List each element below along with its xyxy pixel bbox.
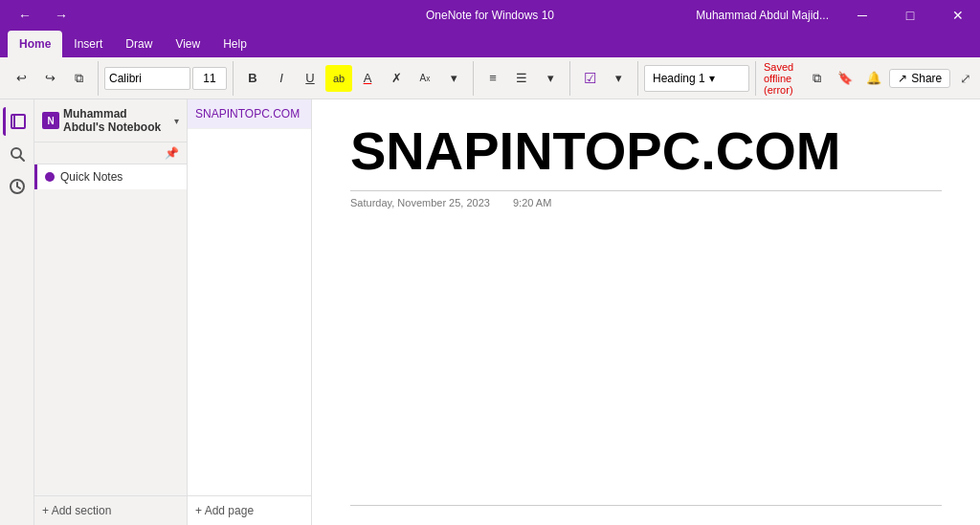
style-label: Heading 1 <box>653 72 705 85</box>
notebook-panel: N Muhammad Abdul's Notebook ▾ 📌 Quick No… <box>34 99 188 525</box>
forward-button[interactable]: → <box>44 0 78 31</box>
content-area: SNAPINTOPC.COM Saturday, November 25, 20… <box>312 99 980 525</box>
toolbar-group-format: B I U ab A ✗ Ax ▾ <box>239 61 474 96</box>
section-dot <box>45 172 55 182</box>
more-format-button[interactable]: ▾ <box>440 65 467 92</box>
numbering-button[interactable]: ☰ <box>508 65 535 92</box>
app-title: OneNote for Windows 10 <box>426 9 554 22</box>
page-body[interactable] <box>350 224 942 505</box>
highlight-button[interactable]: ab <box>325 65 352 92</box>
sidebar-notebooks-icon[interactable] <box>3 107 32 136</box>
notebook-header: N Muhammad Abdul's Notebook ▾ <box>34 99 187 142</box>
minimize-button[interactable]: ─ <box>840 0 884 31</box>
toolbar-group-font <box>104 61 234 96</box>
page-time: 9:20 AM <box>513 197 551 208</box>
subscript-button[interactable]: Ax <box>412 65 438 92</box>
content-bottom-border <box>350 505 942 506</box>
main-area: N Muhammad Abdul's Notebook ▾ 📌 Quick No… <box>0 99 980 525</box>
notebook-icon: N <box>42 112 59 129</box>
pages-spacer <box>188 129 311 495</box>
font-name-input[interactable] <box>104 67 190 90</box>
notebook-pin-icon[interactable]: 📌 <box>165 146 179 160</box>
toolbar-group-history: ↩ ↪ ⧉ <box>8 61 99 96</box>
saved-status: Saved offline (error) <box>764 61 793 96</box>
style-dropdown-arrow: ▾ <box>709 72 715 85</box>
toolbar-group-styles: Heading 1 ▾ <box>644 61 756 96</box>
tab-help[interactable]: Help <box>212 31 258 57</box>
page-item-snapintopc[interactable]: SNAPINTOPC.COM <box>188 99 311 129</box>
section-label: Quick Notes <box>60 170 122 184</box>
notebook-name[interactable]: Muhammad Abdul's Notebook <box>63 107 170 134</box>
expand-button[interactable]: ⤢ <box>952 65 979 92</box>
italic-button[interactable]: I <box>268 65 295 92</box>
page-date-line: Saturday, November 25, 2023 9:20 AM <box>350 190 942 208</box>
sidebar-search-icon[interactable] <box>3 140 32 168</box>
share-button[interactable]: ↗ Share <box>889 69 950 88</box>
section-list: Quick Notes <box>34 164 187 495</box>
redo-button[interactable]: ↪ <box>36 65 63 92</box>
title-bar: ← → OneNote for Windows 10 Muhammad Abdu… <box>0 0 980 31</box>
copy-icon-button[interactable]: ⧉ <box>803 65 830 92</box>
toolbar-group-lists: ≡ ☰ ▾ <box>479 61 570 96</box>
bullets-button[interactable]: ≡ <box>479 65 506 92</box>
page-date: Saturday, November 25, 2023 <box>350 197 490 208</box>
add-page-button[interactable]: + Add page <box>188 495 311 525</box>
checkbox-arrow-button[interactable]: ▾ <box>605 65 632 92</box>
section-item-quicknotes[interactable]: Quick Notes <box>34 164 187 189</box>
bold-button[interactable]: B <box>239 65 266 92</box>
add-section-button[interactable]: + Add section <box>34 495 187 525</box>
user-name: Muhammad Abdul Majid... <box>696 9 829 22</box>
clear-format-button[interactable]: ✗ <box>383 65 410 92</box>
tab-insert[interactable]: Insert <box>62 31 114 57</box>
sidebar-recent-icon[interactable] <box>3 172 32 201</box>
clipboard-button[interactable]: ⧉ <box>65 65 92 92</box>
toolbar-group-checkbox: ☑ ▾ <box>576 61 638 96</box>
page-heading[interactable]: SNAPINTOPC.COM <box>350 119 942 183</box>
style-dropdown[interactable]: Heading 1 ▾ <box>644 65 749 92</box>
pages-panel: SNAPINTOPC.COM + Add page <box>188 99 312 525</box>
close-button[interactable]: ✕ <box>936 0 980 31</box>
notification-icon-button[interactable]: 🔔 <box>860 65 887 92</box>
maximize-button[interactable]: □ <box>888 0 932 31</box>
tab-view[interactable]: View <box>164 31 212 57</box>
back-button[interactable]: ← <box>8 0 42 31</box>
undo-button[interactable]: ↩ <box>8 65 34 92</box>
font-size-input[interactable] <box>192 67 227 90</box>
tab-home[interactable]: Home <box>8 31 62 57</box>
checkbox-button[interactable]: ☑ <box>576 65 603 92</box>
share-label: Share <box>911 72 942 85</box>
tab-draw[interactable]: Draw <box>114 31 164 57</box>
font-color-button[interactable]: A <box>354 65 381 92</box>
share-icon: ↗ <box>898 72 907 85</box>
ribbon-tabs: Home Insert Draw View Help <box>0 31 980 57</box>
sidebar-icons <box>0 99 34 525</box>
svg-line-3 <box>20 157 24 161</box>
notebook-chevron-icon[interactable]: ▾ <box>174 116 179 126</box>
bookmark-icon-button[interactable]: 🔖 <box>832 65 858 92</box>
list-more-button[interactable]: ▾ <box>537 65 564 92</box>
underline-button[interactable]: U <box>297 65 323 92</box>
ribbon-toolbar: ↩ ↪ ⧉ B I U ab A ✗ Ax ▾ ≡ ☰ ▾ ☑ ▾ Headin… <box>0 57 980 99</box>
